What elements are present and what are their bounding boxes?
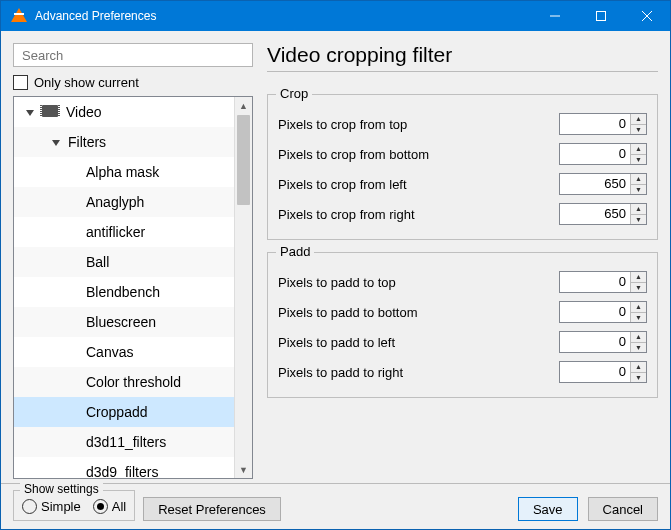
show-settings-legend: Show settings	[20, 482, 103, 496]
tree-item-blendbench[interactable]: Blendbench	[14, 277, 235, 307]
padd-top-value: 0	[560, 272, 630, 292]
step-down-icon[interactable]: ▼	[631, 214, 646, 225]
close-button[interactable]	[624, 1, 670, 31]
crop-left-input[interactable]: 650▲▼	[559, 173, 647, 195]
step-up-icon[interactable]: ▲	[631, 272, 646, 282]
save-button[interactable]: Save	[518, 497, 578, 521]
crop-bottom-label: Pixels to crop from bottom	[278, 147, 429, 162]
radio-simple-label: Simple	[41, 499, 81, 514]
step-up-icon[interactable]: ▲	[631, 174, 646, 184]
expand-icon[interactable]	[24, 106, 36, 118]
crop-legend: Crop	[276, 86, 312, 101]
tree-item-d3d11-filters[interactable]: d3d11_filters	[14, 427, 235, 457]
crop-top-input[interactable]: 0▲▼	[559, 113, 647, 135]
tree-label: Filters	[68, 134, 106, 150]
settings-tree[interactable]: Video Filters Alpha mask Anaglyph antifl…	[13, 96, 253, 479]
tree-label: Video	[66, 104, 102, 120]
tree-label: Alpha mask	[86, 164, 159, 180]
footer: Show settings Simple All Reset Preferenc…	[1, 483, 670, 529]
scroll-down-icon[interactable]: ▼	[235, 461, 252, 478]
radio-all[interactable]: All	[93, 499, 126, 514]
reset-preferences-button[interactable]: Reset Preferences	[143, 497, 281, 521]
tree-node-video[interactable]: Video	[14, 97, 235, 127]
tree-label: Canvas	[86, 344, 133, 360]
minimize-button[interactable]	[532, 1, 578, 31]
search-input[interactable]	[13, 43, 253, 67]
radio-icon	[22, 499, 37, 514]
scroll-up-icon[interactable]: ▲	[235, 97, 252, 114]
padd-right-label: Pixels to padd to right	[278, 365, 403, 380]
tree-item-d3d9-filters[interactable]: d3d9_filters	[14, 457, 235, 479]
padd-bottom-input[interactable]: 0▲▼	[559, 301, 647, 323]
maximize-button[interactable]	[578, 1, 624, 31]
expand-icon[interactable]	[50, 136, 62, 148]
tree-item-bluescreen[interactable]: Bluescreen	[14, 307, 235, 337]
tree-label: antiflicker	[86, 224, 145, 240]
tree-label: Blendbench	[86, 284, 160, 300]
only-show-current-label: Only show current	[34, 75, 139, 90]
crop-right-input[interactable]: 650▲▼	[559, 203, 647, 225]
radio-icon	[93, 499, 108, 514]
preferences-window: Advanced Preferences Only show current	[0, 0, 671, 530]
scroll-thumb[interactable]	[237, 115, 250, 205]
padd-right-value: 0	[560, 362, 630, 382]
tree-label: d3d11_filters	[86, 434, 166, 450]
padd-right-input[interactable]: 0▲▼	[559, 361, 647, 383]
tree-item-color-threshold[interactable]: Color threshold	[14, 367, 235, 397]
vlc-cone-icon	[11, 8, 27, 24]
tree-item-ball[interactable]: Ball	[14, 247, 235, 277]
step-down-icon[interactable]: ▼	[631, 184, 646, 195]
padd-left-label: Pixels to padd to left	[278, 335, 395, 350]
crop-top-label: Pixels to crop from top	[278, 117, 407, 132]
tree-scrollbar[interactable]: ▲ ▼	[234, 97, 252, 478]
show-settings-group: Show settings Simple All	[13, 490, 135, 521]
page-title: Video cropping filter	[267, 43, 658, 67]
tree-item-anaglyph[interactable]: Anaglyph	[14, 187, 235, 217]
svg-rect-0	[597, 12, 606, 21]
step-down-icon[interactable]: ▼	[631, 312, 646, 323]
cancel-button[interactable]: Cancel	[588, 497, 658, 521]
step-up-icon[interactable]: ▲	[631, 114, 646, 124]
tree-item-croppadd[interactable]: Croppadd	[14, 397, 235, 427]
window-title: Advanced Preferences	[35, 9, 532, 23]
tree-item-canvas[interactable]: Canvas	[14, 337, 235, 367]
crop-right-value: 650	[560, 204, 630, 224]
crop-bottom-input[interactable]: 0▲▼	[559, 143, 647, 165]
titlebar: Advanced Preferences	[1, 1, 670, 31]
padd-bottom-label: Pixels to padd to bottom	[278, 305, 417, 320]
crop-bottom-value: 0	[560, 144, 630, 164]
step-up-icon[interactable]: ▲	[631, 144, 646, 154]
crop-left-value: 650	[560, 174, 630, 194]
step-up-icon[interactable]: ▲	[631, 302, 646, 312]
padd-left-value: 0	[560, 332, 630, 352]
crop-group: Crop Pixels to crop from top 0▲▼ Pixels …	[267, 94, 658, 240]
tree-label: Color threshold	[86, 374, 181, 390]
radio-simple[interactable]: Simple	[22, 499, 81, 514]
tree-item-antiflicker[interactable]: antiflicker	[14, 217, 235, 247]
step-up-icon[interactable]: ▲	[631, 362, 646, 372]
step-down-icon[interactable]: ▼	[631, 282, 646, 293]
only-show-current-checkbox[interactable]: Only show current	[13, 75, 253, 90]
tree-label: Ball	[86, 254, 109, 270]
step-down-icon[interactable]: ▼	[631, 154, 646, 165]
radio-all-label: All	[112, 499, 126, 514]
step-up-icon[interactable]: ▲	[631, 204, 646, 214]
padd-bottom-value: 0	[560, 302, 630, 322]
tree-label: Croppadd	[86, 404, 148, 420]
title-divider	[267, 71, 658, 72]
step-up-icon[interactable]: ▲	[631, 332, 646, 342]
search-field[interactable]	[20, 47, 246, 64]
tree-label: Anaglyph	[86, 194, 144, 210]
crop-left-label: Pixels to crop from left	[278, 177, 407, 192]
padd-top-input[interactable]: 0▲▼	[559, 271, 647, 293]
padd-left-input[interactable]: 0▲▼	[559, 331, 647, 353]
crop-right-label: Pixels to crop from right	[278, 207, 415, 222]
padd-legend: Padd	[276, 244, 314, 259]
tree-item-alpha-mask[interactable]: Alpha mask	[14, 157, 235, 187]
step-down-icon[interactable]: ▼	[631, 342, 646, 353]
checkbox-icon	[13, 75, 28, 90]
step-down-icon[interactable]: ▼	[631, 372, 646, 383]
padd-top-label: Pixels to padd to top	[278, 275, 396, 290]
tree-node-filters[interactable]: Filters	[14, 127, 235, 157]
step-down-icon[interactable]: ▼	[631, 124, 646, 135]
